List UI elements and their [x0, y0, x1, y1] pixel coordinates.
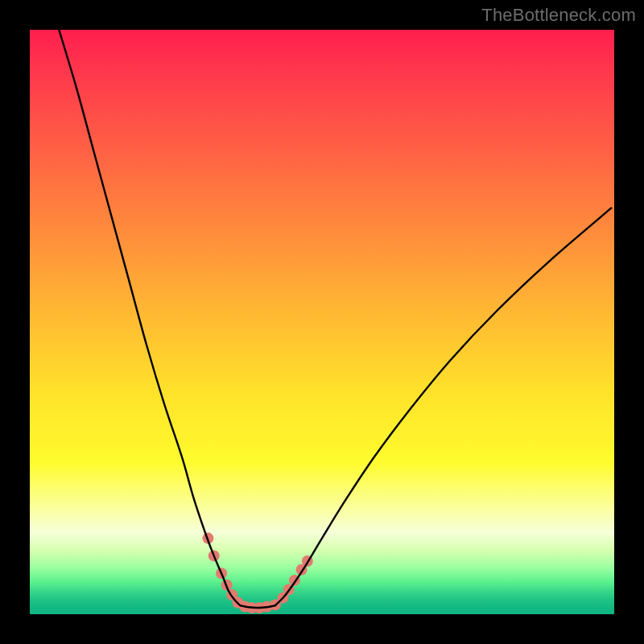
marker-point [239, 601, 250, 613]
chart-svg [30, 30, 614, 614]
series-valley-flat [240, 605, 275, 608]
marker-point [208, 550, 220, 561]
marker-point [226, 589, 237, 601]
marker-point [270, 599, 281, 610]
marker-point [246, 602, 258, 613]
series-left-curve [59, 30, 240, 605]
marker-point [216, 568, 227, 579]
marker-point [289, 575, 300, 586]
marker-point [221, 580, 233, 591]
marker-point [262, 601, 273, 613]
marker-layer [202, 533, 312, 613]
marker-point [302, 555, 313, 567]
marker-point [296, 564, 308, 576]
marker-point [202, 533, 213, 544]
plot-area [30, 30, 614, 614]
outer-frame: TheBottleneck.com [0, 0, 644, 644]
series-right-curve [275, 208, 611, 605]
marker-point [277, 592, 288, 604]
watermark-text: TheBottleneck.com [481, 5, 636, 26]
marker-point [283, 584, 295, 596]
marker-point [232, 597, 243, 608]
marker-point [254, 602, 265, 613]
curve-layer [59, 30, 611, 608]
